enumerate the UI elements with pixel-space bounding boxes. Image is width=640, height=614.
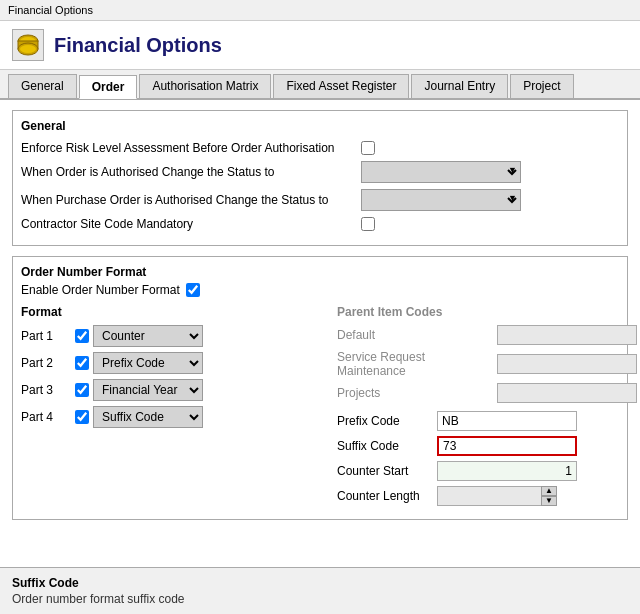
- format-column: Format Part 1 Counter Prefix Code Financ…: [21, 305, 321, 511]
- tab-fixed-asset-register[interactable]: Fixed Asset Register: [273, 74, 409, 98]
- spin-buttons: ▲ ▼: [541, 486, 557, 506]
- counter-start-label: Counter Start: [337, 464, 437, 478]
- counter-length-row: Counter Length ▲ ▼: [337, 486, 637, 506]
- tab-journal-entry[interactable]: Journal Entry: [411, 74, 508, 98]
- spin-up-button[interactable]: ▲: [541, 486, 557, 496]
- format-header: Format: [21, 305, 321, 319]
- po-status-wrapper: Approved Pending: [361, 189, 521, 211]
- part1-checkbox[interactable]: [75, 329, 89, 343]
- part4-select[interactable]: Counter Prefix Code Financial Year Suffi…: [93, 406, 203, 428]
- tab-general[interactable]: General: [8, 74, 77, 98]
- part2-checkbox[interactable]: [75, 356, 89, 370]
- order-number-format-section: Order Number Format Enable Order Number …: [12, 256, 628, 520]
- tab-project[interactable]: Project: [510, 74, 573, 98]
- service-request-row: Service Request Maintenance: [337, 350, 637, 378]
- tab-authorisation-matrix[interactable]: Authorisation Matrix: [139, 74, 271, 98]
- default-input[interactable]: [497, 325, 637, 345]
- contractor-checkbox[interactable]: [361, 217, 375, 231]
- general-section: General Enforce Risk Level Assessment Be…: [12, 110, 628, 246]
- part3-row: Part 3 Counter Prefix Code Financial Yea…: [21, 379, 321, 401]
- header: Financial Options: [0, 21, 640, 70]
- suffix-code-label: Suffix Code: [337, 439, 437, 453]
- contractor-label: Contractor Site Code Mandatory: [21, 217, 361, 231]
- enforce-risk-label: Enforce Risk Level Assessment Before Ord…: [21, 141, 361, 155]
- projects-input[interactable]: [497, 383, 637, 403]
- title-bar-text: Financial Options: [8, 4, 93, 16]
- code-fields: Prefix Code Suffix Code Counter Start: [337, 411, 637, 506]
- counter-start-input[interactable]: [437, 461, 577, 481]
- title-bar: Financial Options: [0, 0, 640, 21]
- part4-row: Part 4 Counter Prefix Code Financial Yea…: [21, 406, 321, 428]
- enforce-risk-row: Enforce Risk Level Assessment Before Ord…: [21, 141, 619, 155]
- part1-row: Part 1 Counter Prefix Code Financial Yea…: [21, 325, 321, 347]
- service-request-input[interactable]: [497, 354, 637, 374]
- format-columns: Format Part 1 Counter Prefix Code Financ…: [21, 305, 619, 511]
- po-authorised-row: When Purchase Order is Authorised Change…: [21, 189, 619, 211]
- prefix-code-input[interactable]: [437, 411, 577, 431]
- enable-format-label: Enable Order Number Format: [21, 283, 180, 297]
- bottom-panel-description: Order number format suffix code: [12, 592, 628, 606]
- contractor-row: Contractor Site Code Mandatory: [21, 217, 619, 231]
- parent-header: Parent Item Codes: [337, 305, 637, 319]
- part4-label: Part 4: [21, 410, 71, 424]
- tabs-container: General Order Authorisation Matrix Fixed…: [0, 70, 640, 100]
- order-authorised-label: When Order is Authorised Change the Stat…: [21, 165, 361, 179]
- enable-format-checkbox[interactable]: [186, 283, 200, 297]
- suffix-code-input[interactable]: [437, 436, 577, 456]
- default-label: Default: [337, 328, 497, 342]
- enforce-risk-checkbox[interactable]: [361, 141, 375, 155]
- counter-length-input[interactable]: [437, 486, 557, 506]
- enable-format-row: Enable Order Number Format: [21, 283, 619, 297]
- part3-select[interactable]: Counter Prefix Code Financial Year Suffi…: [93, 379, 203, 401]
- spin-down-button[interactable]: ▼: [541, 496, 557, 506]
- suffix-code-row: Suffix Code: [337, 436, 637, 456]
- po-status-dropdown[interactable]: Approved Pending: [361, 189, 521, 211]
- part1-select[interactable]: Counter Prefix Code Financial Year Suffi…: [93, 325, 203, 347]
- general-section-title: General: [21, 119, 619, 133]
- order-status-dropdown[interactable]: Approved Pending: [361, 161, 521, 183]
- part3-checkbox[interactable]: [75, 383, 89, 397]
- part2-select[interactable]: Counter Prefix Code Financial Year Suffi…: [93, 352, 203, 374]
- counter-start-row: Counter Start: [337, 461, 637, 481]
- tab-order[interactable]: Order: [79, 75, 138, 99]
- counter-length-spinner: ▲ ▼: [437, 486, 557, 506]
- svg-point-4: [20, 45, 36, 53]
- main-content: General Enforce Risk Level Assessment Be…: [0, 100, 640, 594]
- part4-checkbox[interactable]: [75, 410, 89, 424]
- default-row: Default: [337, 325, 637, 345]
- header-icon: [12, 29, 44, 61]
- prefix-code-row: Prefix Code: [337, 411, 637, 431]
- header-title: Financial Options: [54, 34, 222, 57]
- order-format-title: Order Number Format: [21, 265, 619, 279]
- po-authorised-label: When Purchase Order is Authorised Change…: [21, 193, 361, 207]
- order-authorised-row: When Order is Authorised Change the Stat…: [21, 161, 619, 183]
- parent-column: Parent Item Codes Default Service Reques…: [337, 305, 637, 511]
- part2-label: Part 2: [21, 356, 71, 370]
- projects-label: Projects: [337, 386, 497, 400]
- part2-row: Part 2 Counter Prefix Code Financial Yea…: [21, 352, 321, 374]
- part1-label: Part 1: [21, 329, 71, 343]
- bottom-panel: Suffix Code Order number format suffix c…: [0, 567, 640, 614]
- prefix-code-label: Prefix Code: [337, 414, 437, 428]
- projects-row: Projects: [337, 383, 637, 403]
- order-status-wrapper: Approved Pending: [361, 161, 521, 183]
- counter-length-label: Counter Length: [337, 489, 437, 503]
- service-request-label: Service Request Maintenance: [337, 350, 497, 378]
- part3-label: Part 3: [21, 383, 71, 397]
- bottom-panel-title: Suffix Code: [12, 576, 628, 590]
